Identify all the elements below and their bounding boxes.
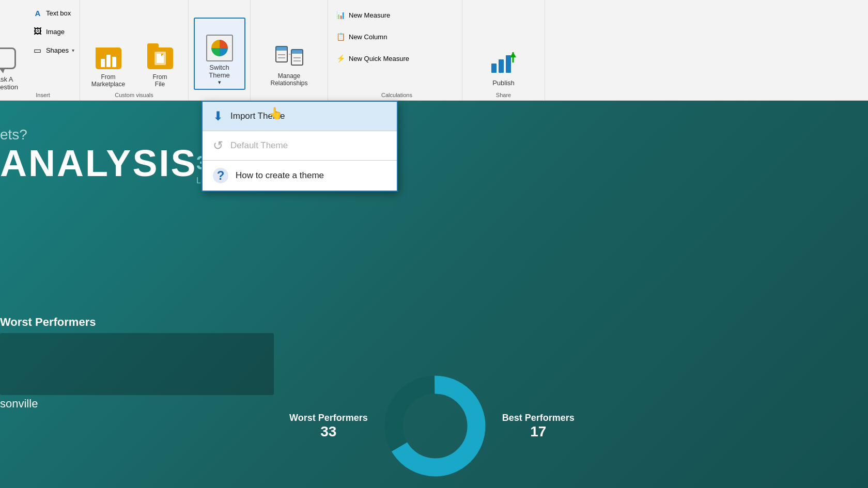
custom-visuals-group: From Marketplace From File Custom visual… [80,0,189,100]
ask-question-button[interactable]: Ask A Question [0,38,25,100]
new-measure-icon: 📊 [335,10,346,20]
worst-city: sonville [0,397,38,411]
manage-relationships-icon [275,43,304,70]
new-column-icon: 📋 [335,32,346,42]
how-to-create-label: How to create a theme [236,170,324,181]
from-marketplace-label: From Marketplace [91,73,125,88]
switch-theme-button[interactable]: SwitchTheme ▾ [194,18,245,90]
svg-rect-10 [499,59,504,73]
donut-chart [383,374,487,478]
manage-relationships-label: Manage Relationships [270,72,307,87]
share-group: Publish Share [462,0,545,100]
import-theme-icon: ⬇ [213,109,223,123]
insert-group-label: Insert [4,92,82,98]
publish-label: Publish [492,79,515,87]
new-quick-measure-icon: ⚡ [335,53,346,64]
worst-donut-title: Worst Performers [289,413,368,423]
shapes-button[interactable]: ▭ Shapes ▾ [29,41,78,59]
how-to-create-theme-item[interactable]: ? How to create a theme [203,161,397,191]
calculations-group: 📊 New Measure 📋 New Column ⚡ New Quick M… [328,0,462,100]
svg-rect-5 [291,50,303,54]
how-to-create-icon: ? [213,168,228,183]
text-box-label: Text box [46,9,71,17]
default-theme-item[interactable]: ↺ Default Theme [203,131,397,161]
ask-question-label: Ask A Question [0,75,18,91]
import-theme-item[interactable]: ⬇ Import Theme 👆 [203,102,397,131]
custom-visuals-label: Custom visuals [83,92,186,98]
new-column-button[interactable]: 📋 New Column [332,27,458,46]
default-theme-icon: ↺ [213,138,223,153]
insert-group: Ask A Question A Text box 🖼 Image ▭ Shap… [0,0,80,100]
svg-rect-9 [491,64,497,73]
donut-area: Worst Performers 33 Best Performers 17 [289,374,575,478]
theme-dropdown: ⬇ Import Theme 👆 ↺ Default Theme ? How t… [202,101,398,192]
default-theme-label: Default Theme [230,140,288,151]
switch-theme-icon [206,35,233,61]
best-donut-label: Best Performers 17 [502,413,575,440]
content-area: ets? ANALYSIS 31/03/2018 Last Sales Date… [0,101,868,488]
switch-theme-label: SwitchTheme [209,64,229,79]
manage-relationships-group: Manage Relationships [251,0,328,100]
shapes-label: Shapes [46,46,69,54]
image-icon: 🖼 [33,26,43,37]
worst-donut-label: Worst Performers 33 [289,413,368,440]
shapes-dropdown-arrow: ▾ [72,48,74,53]
svg-rect-1 [276,46,287,51]
from-file-button[interactable]: From File [137,28,183,90]
shapes-icon: ▭ [33,45,43,55]
from-file-label: From File [153,73,167,88]
worst-performers-title: Worst Performers [0,316,274,329]
from-marketplace-button[interactable]: From Marketplace [85,28,132,90]
publish-icon [489,48,518,77]
image-label: Image [46,28,65,36]
ribbon: Ask A Question A Text box 🖼 Image ▭ Shap… [0,0,868,101]
worst-performers-chart-bg [0,333,274,395]
import-theme-label: Import Theme [230,111,285,121]
switch-theme-group: SwitchTheme ▾ [189,0,251,100]
new-measure-button[interactable]: 📊 New Measure [332,5,458,25]
analysis-title: ANALYSIS [0,142,197,184]
new-measure-label: New Measure [349,11,390,19]
worst-performers-section: Worst Performers [0,316,274,395]
new-quick-measure-label: New Quick Measure [349,55,409,62]
share-label: Share [465,92,542,98]
text-box-icon: A [33,8,43,18]
calculations-label: Calculations [332,92,461,98]
image-button[interactable]: 🖼 Image [29,23,78,40]
new-column-label: New Column [349,33,387,41]
publish-button[interactable]: Publish [475,18,532,90]
switch-theme-arrow: ▾ [218,79,221,86]
worst-donut-count: 33 [289,423,368,440]
svg-rect-11 [506,55,511,73]
analysis-question: ets? [0,127,27,143]
manage-relationships-button[interactable]: Manage Relationships [258,18,320,90]
best-donut-title: Best Performers [502,413,575,423]
new-quick-measure-button[interactable]: ⚡ New Quick Measure [332,49,458,68]
best-donut-count: 17 [502,423,575,440]
text-box-button[interactable]: A Text box [29,4,78,22]
